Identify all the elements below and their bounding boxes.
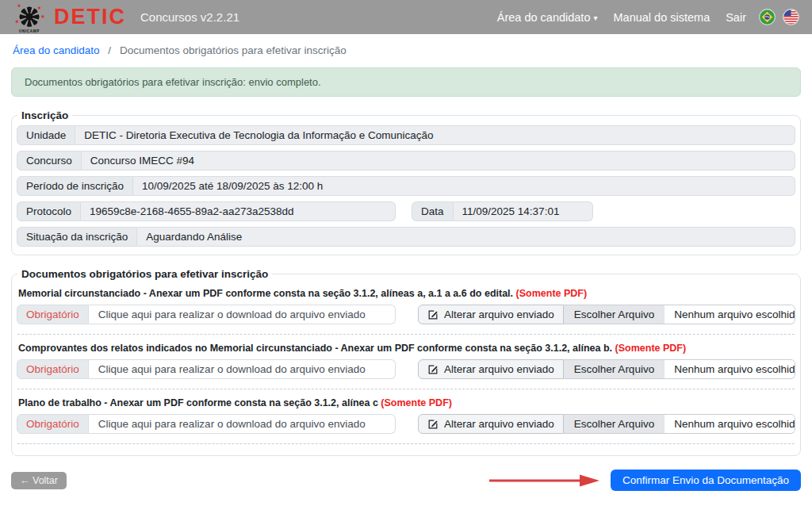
data-value: 11/09/2025 14:37:01 — [454, 201, 593, 221]
protocolo-label: Protocolo — [17, 201, 81, 221]
doc-1-pdf-note: (Somente PDF) — [516, 288, 588, 299]
doc-3-download-link[interactable]: Clique aqui para realizar o download do … — [89, 414, 396, 434]
doc-3-upload-group: Alterar arquivo enviado Escolher Arquivo… — [418, 414, 795, 434]
dashed-divider — [17, 334, 795, 335]
success-alert: Documentos obrigatórios para efetivar in… — [11, 67, 801, 97]
doc-2-required-badge: Obrigatório — [17, 359, 89, 379]
footer-actions: ← Voltar Confirmar Envio da Documentação — [11, 470, 801, 491]
doc-1-download-group: Obrigatório Clique aqui para realizar o … — [17, 305, 396, 324]
pencil-square-icon — [427, 419, 439, 430]
navbar-menu: Área do candidato▾ Manual do sistema Sai… — [497, 9, 799, 25]
doc-3-title: Plano de trabalho - Anexar um PDF confor… — [18, 397, 794, 408]
concurso-label: Concurso — [17, 151, 82, 171]
confirm-area: Confirmar Envio da Documentação — [485, 470, 801, 491]
situacao-label: Situação da inscrição — [17, 227, 137, 247]
doc-1-upload-group: Alterar arquivo enviado Escolher Arquivo… — [418, 305, 795, 324]
doc-3-required-badge: Obrigatório — [17, 414, 89, 434]
protocolo-group: Protocolo 19659c8e-2168-4655-89a2-aa273a… — [17, 201, 396, 221]
doc-2-upload-group: Alterar arquivo enviado Escolher Arquivo… — [418, 359, 795, 379]
doc-2-no-file-text: Nenhum arquivo escolhido — [665, 360, 795, 378]
row-periodo-inscricao: Período de inscrição 10/09/2025 até 18/0… — [17, 176, 795, 196]
inscricao-legend: Inscrição — [17, 109, 72, 121]
back-arrow-icon: ← — [20, 475, 30, 486]
nav-area-do-candidato[interactable]: Área do candidato▾ — [497, 11, 598, 24]
row-unidade: Unidade DETIC - Diretoria Executiva de T… — [17, 125, 795, 145]
doc-1-row: Obrigatório Clique aqui para realizar o … — [17, 305, 795, 324]
protocolo-value: 19659c8e-2168-4655-89a2-aa273a2538dd — [81, 201, 396, 221]
doc-3-change-file-button[interactable]: Alterar arquivo enviado — [418, 414, 564, 434]
doc-2-choose-file-button[interactable]: Escolher Arquivo — [564, 360, 665, 378]
usa-flag-icon[interactable] — [783, 9, 799, 25]
row-concurso: Concurso Concurso IMECC #94 — [17, 151, 795, 171]
language-switcher — [759, 9, 799, 25]
caret-down-icon: ▾ — [593, 13, 597, 22]
row-situacao: Situação da inscrição Aguardando Análise — [17, 227, 795, 247]
app-title: Concursos v2.2.21 — [140, 10, 239, 24]
doc-1-download-link[interactable]: Clique aqui para realizar o download do … — [89, 305, 396, 324]
unicamp-logo-icon: UNICAMP — [13, 3, 46, 33]
doc-3-download-group: Obrigatório Clique aqui para realizar o … — [17, 414, 396, 434]
doc-1-no-file-text: Nenhum arquivo escolhido — [665, 305, 795, 324]
breadcrumb-link-area-do-candidato[interactable]: Área do candidato — [13, 44, 100, 56]
doc-1-title: Memorial circunstanciado - Anexar um PDF… — [18, 288, 794, 299]
doc-2-download-group: Obrigatório Clique aqui para realizar o … — [17, 359, 396, 379]
data-group: Data 11/09/2025 14:37:01 — [412, 201, 593, 221]
back-button[interactable]: ← Voltar — [11, 472, 67, 489]
doc-2-file-input[interactable]: Escolher Arquivo Nenhum arquivo escolhid… — [564, 359, 795, 379]
periodo-value: 10/09/2025 até 18/09/2025 às 12:00 h — [133, 176, 795, 196]
unidade-label: Unidade — [17, 125, 75, 145]
success-alert-text: Documentos obrigatórios para efetivar in… — [25, 76, 321, 88]
dashed-divider — [17, 443, 795, 444]
row-protocolo-data: Protocolo 19659c8e-2168-4655-89a2-aa273a… — [17, 201, 795, 221]
documentos-legend: Documentos obrigatórios para efetivar in… — [17, 268, 272, 280]
dashed-divider — [17, 389, 795, 389]
periodo-label: Período de inscrição — [17, 176, 133, 196]
pencil-square-icon — [427, 364, 439, 375]
confirm-submit-button[interactable]: Confirmar Envio da Documentação — [611, 470, 801, 491]
doc-1-change-file-button[interactable]: Alterar arquivo enviado — [418, 305, 564, 324]
doc-3-file-input[interactable]: Escolher Arquivo Nenhum arquivo escolhid… — [564, 414, 795, 434]
doc-1-required-badge: Obrigatório — [17, 305, 89, 324]
doc-3-choose-file-button[interactable]: Escolher Arquivo — [564, 415, 665, 433]
top-navbar: UNICAMP DETIC Concursos v2.2.21 Área do … — [0, 0, 812, 34]
brand-link[interactable]: UNICAMP DETIC — [13, 2, 126, 33]
concurso-value: Concurso IMECC #94 — [82, 151, 795, 171]
doc-1-file-input[interactable]: Escolher Arquivo Nenhum arquivo escolhid… — [564, 305, 795, 324]
doc-2-pdf-note: (Somente PDF) — [615, 343, 687, 354]
page: UNICAMP DETIC Concursos v2.2.21 Área do … — [0, 0, 812, 529]
nav-manual-do-sistema[interactable]: Manual do sistema — [614, 11, 710, 24]
data-label: Data — [412, 201, 454, 221]
detic-logo-text: DETIC — [54, 6, 126, 28]
doc-2-title: Comprovantes dos relatos indicados no Me… — [18, 343, 794, 354]
breadcrumb: Área do candidato / Documentos obrigatór… — [0, 34, 812, 64]
documentos-fieldset: Documentos obrigatórios para efetivar in… — [11, 268, 801, 456]
red-annotation-arrow-icon — [485, 472, 604, 489]
doc-2-change-file-button[interactable]: Alterar arquivo enviado — [418, 359, 564, 379]
doc-3-no-file-text: Nenhum arquivo escolhido — [665, 415, 795, 433]
doc-1-choose-file-button[interactable]: Escolher Arquivo — [564, 305, 665, 324]
inscricao-fieldset: Inscrição Unidade DETIC - Diretoria Exec… — [11, 109, 801, 255]
doc-2-row: Obrigatório Clique aqui para realizar o … — [17, 359, 795, 379]
unidade-value: DETIC - Diretoria Executiva de Tecnologi… — [75, 125, 795, 145]
doc-2-download-link[interactable]: Clique aqui para realizar o download do … — [89, 359, 396, 379]
pencil-square-icon — [427, 309, 439, 320]
doc-3-row: Obrigatório Clique aqui para realizar o … — [17, 414, 795, 434]
breadcrumb-separator: / — [108, 44, 111, 56]
brazil-flag-icon[interactable] — [759, 9, 776, 25]
nav-sair[interactable]: Sair — [726, 11, 746, 24]
unicamp-wordmark: UNICAMP — [19, 29, 40, 33]
situacao-value: Aguardando Análise — [137, 227, 795, 247]
doc-3-pdf-note: (Somente PDF) — [381, 397, 452, 408]
breadcrumb-current-page: Documentos obrigatórios para efetivar in… — [120, 44, 347, 56]
